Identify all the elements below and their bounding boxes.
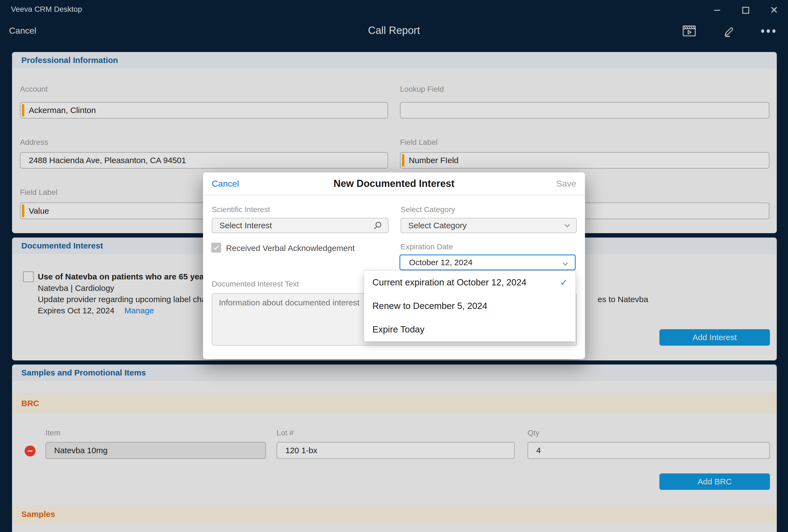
required-indicator: [22, 204, 24, 217]
qty-label: Qty: [528, 429, 539, 437]
page-title: Call Report: [0, 25, 788, 36]
expiration-dropdown-panel: Current expiration at October 12, 2024 ✓…: [364, 270, 576, 341]
scientific-interest-field[interactable]: [212, 218, 389, 233]
lookup-input[interactable]: [400, 102, 769, 118]
scientific-interest-input[interactable]: [212, 218, 389, 233]
required-indicator: [402, 154, 405, 167]
lot-label: Lot #: [277, 429, 294, 437]
field-label-address: Address: [20, 138, 48, 147]
expiration-date-select[interactable]: October 12, 2024: [399, 255, 576, 270]
select-category-field[interactable]: [400, 218, 577, 233]
minimize-icon[interactable]: [711, 4, 723, 16]
brc-qty-field[interactable]: [528, 442, 770, 459]
account-input[interactable]: [20, 102, 388, 118]
required-indicator: [22, 104, 24, 117]
manage-link[interactable]: Manage: [124, 306, 154, 315]
new-documented-interest-modal: New Documented Interest Cancel Save Scie…: [203, 172, 585, 359]
window-controls: ✕: [711, 4, 780, 16]
address-field[interactable]: [20, 152, 388, 169]
brc-item-field[interactable]: [45, 442, 266, 459]
documented-interest-text-label: Documented Interest Text: [212, 280, 299, 289]
interest-expiry-row: Expires Oct 12, 2024 Manage: [38, 305, 154, 316]
section-title: Professional Information: [21, 56, 118, 65]
selected-check-icon: ✓: [560, 277, 568, 288]
lookup-field[interactable]: [400, 102, 769, 118]
address-input[interactable]: [20, 152, 388, 169]
dropdown-option-expire-today[interactable]: Expire Today: [364, 318, 575, 341]
samples-section: Samples and Promotional Items BRC Item L…: [12, 364, 777, 532]
media-review-icon[interactable]: [683, 25, 696, 37]
brc-lot-field[interactable]: [277, 442, 515, 459]
dropdown-option-renew[interactable]: Renew to December 5, 2024: [364, 294, 575, 318]
number-input[interactable]: [400, 152, 769, 169]
interest-subtitle: Natevba | Cardiology: [38, 283, 114, 294]
field-label-lookup: Lookup Field: [400, 85, 444, 94]
scientific-interest-label: Scientific Interest: [212, 205, 270, 214]
close-icon[interactable]: ✕: [768, 4, 780, 16]
account-field[interactable]: [20, 102, 388, 118]
brc-lot-input[interactable]: [277, 442, 515, 459]
add-brc-button[interactable]: Add BRC: [659, 473, 770, 490]
modal-header: New Documented Interest Cancel Save: [203, 172, 585, 195]
brc-subsection-header: BRC: [12, 393, 777, 414]
maximize-icon[interactable]: [740, 4, 751, 16]
brc-item-input[interactable]: [45, 442, 266, 459]
section-header: Samples and Promotional Items: [12, 364, 777, 381]
check-icon: [213, 244, 219, 250]
brc-header-label: BRC: [21, 399, 39, 408]
more-options-icon[interactable]: [761, 25, 775, 37]
number-field[interactable]: [400, 152, 769, 169]
section-title: Samples and Promotional Items: [21, 368, 146, 377]
select-category-input[interactable]: [400, 218, 577, 233]
acknowledgement-checkbox[interactable]: [211, 243, 221, 253]
brc-qty-input[interactable]: [528, 442, 770, 459]
window-title: Veeva CRM Desktop: [11, 5, 82, 14]
add-interest-button[interactable]: Add Interest: [659, 329, 770, 346]
interest-note-right: es to Natevba: [597, 294, 648, 305]
interest-expires: Expires Oct 12, 2024: [38, 306, 114, 315]
header-toolbar: [683, 25, 775, 37]
expiration-date-value: October 12, 2024: [409, 258, 473, 267]
interest-checkbox[interactable]: [23, 272, 34, 282]
modal-title: New Documented Interest: [203, 178, 585, 190]
select-category-label: Select Category: [400, 205, 455, 214]
samples-header-label: Samples: [21, 510, 55, 519]
section-header: Professional Information: [12, 52, 777, 68]
section-title: Documented Interest: [21, 241, 103, 250]
modal-cancel-button[interactable]: Cancel: [212, 179, 239, 189]
interest-note-left: Update provider regarding upcoming label…: [38, 294, 205, 305]
samples-subsection-header: Samples: [12, 505, 777, 523]
search-icon: [373, 221, 382, 230]
dropdown-option-current[interactable]: Current expiration at October 12, 2024 ✓: [364, 271, 575, 294]
field-label-account: Account: [20, 85, 47, 94]
modal-save-button[interactable]: Save: [556, 179, 576, 189]
field-label-number: Field Label: [400, 138, 437, 147]
item-label: Item: [45, 429, 60, 437]
remove-brc-row-icon[interactable]: [25, 446, 36, 456]
expiration-date-label: Expiration Date: [400, 242, 453, 251]
interest-title: Use of Natevba on patients who are 65 ye…: [38, 271, 205, 282]
chevron-down-icon: [563, 260, 568, 266]
signature-pen-icon[interactable]: [722, 25, 736, 37]
field-label-value: Field Label: [20, 188, 57, 197]
acknowledgement-label: Received Verbal Acknowledgement: [226, 243, 355, 253]
